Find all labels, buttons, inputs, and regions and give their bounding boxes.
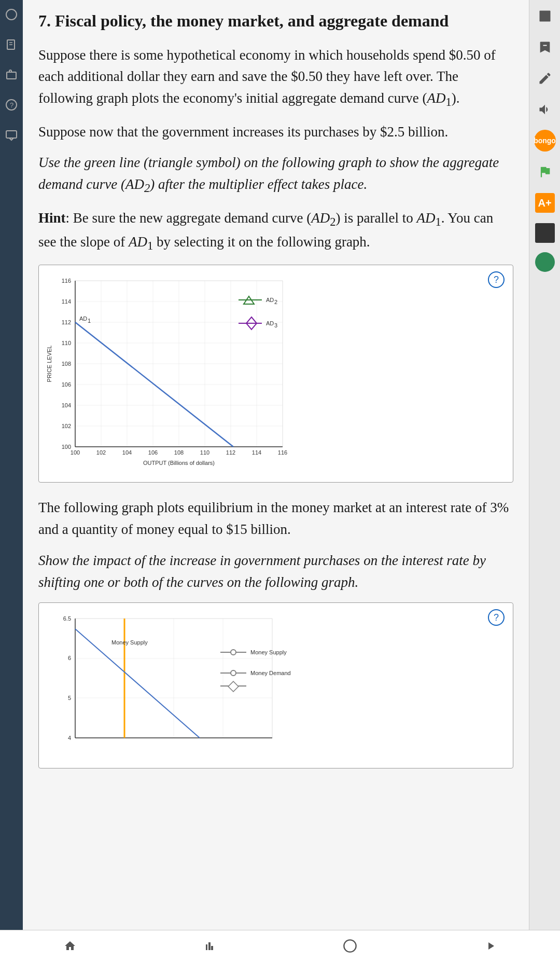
- chart2-help-button[interactable]: ?: [488, 609, 505, 626]
- svg-text:110: 110: [200, 449, 209, 456]
- money-market-chart[interactable]: 4 5 6 6.5 Money Supply Money Supply Mone…: [44, 613, 303, 764]
- svg-point-81: [231, 650, 236, 655]
- ad-chart-container: ?: [38, 265, 513, 483]
- svg-text:102: 102: [96, 449, 106, 456]
- main-content: 7. Fiscal policy, the money market, and …: [23, 0, 529, 804]
- right-sidebar: bongo A+: [529, 0, 560, 961]
- money-market-chart-container: ? 4 5 6 6.5: [38, 602, 513, 768]
- svg-point-0: [6, 9, 17, 20]
- svg-text:6.5: 6.5: [63, 615, 71, 622]
- svg-text:104: 104: [122, 449, 132, 456]
- svg-text:114: 114: [62, 298, 71, 305]
- book-icon[interactable]: [2, 35, 21, 54]
- edit-icon[interactable]: [534, 67, 556, 89]
- svg-text:AD: AD: [266, 297, 274, 303]
- record-icon[interactable]: [535, 252, 555, 272]
- government-paragraph: Suppose now that the government increase…: [38, 121, 513, 143]
- show-impact-paragraph: Show the impact of the increase in gover…: [38, 550, 513, 594]
- page-title: 7. Fiscal policy, the money market, and …: [38, 10, 513, 32]
- svg-text:100: 100: [71, 449, 80, 456]
- svg-text:108: 108: [62, 361, 71, 367]
- question-icon[interactable]: ?: [2, 95, 21, 114]
- bongo-logo: bongo: [534, 130, 556, 152]
- instruction-paragraph: Use the green line (triangle symbol) on …: [38, 152, 513, 198]
- svg-rect-7: [6, 131, 17, 138]
- svg-text:3: 3: [274, 322, 277, 328]
- bookmark-icon[interactable]: [534, 36, 556, 58]
- svg-text:OUTPUT (Billions of dollars): OUTPUT (Billions of dollars): [143, 460, 215, 466]
- svg-text:AD: AD: [79, 315, 87, 322]
- svg-text:102: 102: [62, 423, 71, 429]
- svg-text:104: 104: [62, 402, 71, 408]
- svg-text:112: 112: [62, 319, 71, 325]
- svg-text:108: 108: [174, 449, 184, 456]
- svg-text:PRICE LEVEL: PRICE LEVEL: [46, 346, 52, 382]
- font-size-icon[interactable]: A+: [534, 192, 556, 214]
- chart1-help-button[interactable]: ?: [488, 271, 505, 288]
- briefcase-icon[interactable]: [2, 65, 21, 84]
- svg-text:2: 2: [274, 299, 277, 305]
- panel-icon[interactable]: [535, 223, 555, 243]
- bottom-nav-circle[interactable]: [343, 939, 357, 953]
- bottom-nav-arrow[interactable]: [484, 940, 497, 952]
- ad-chart[interactable]: 100 102 104 106 108 110 112 114 116 100 …: [44, 276, 303, 478]
- svg-point-88: [344, 940, 356, 952]
- chat-icon[interactable]: [2, 126, 21, 144]
- sound-icon[interactable]: [534, 99, 556, 120]
- svg-rect-4: [7, 72, 16, 79]
- money-market-paragraph: The following graph plots equilibrium in…: [38, 497, 513, 541]
- svg-text:114: 114: [252, 449, 261, 456]
- svg-text:116: 116: [62, 278, 71, 284]
- svg-text:Money Demand: Money Demand: [250, 670, 291, 676]
- svg-text:?: ?: [10, 101, 13, 109]
- home-icon[interactable]: [2, 5, 21, 24]
- svg-text:Money Supply: Money Supply: [111, 639, 148, 646]
- notes-icon[interactable]: [534, 5, 556, 27]
- intro-paragraph: Suppose there is some hypothetical econo…: [38, 45, 513, 112]
- svg-text:106: 106: [148, 449, 158, 456]
- svg-text:1: 1: [88, 318, 91, 324]
- left-sidebar: ?: [0, 0, 23, 961]
- svg-text:AD: AD: [266, 320, 274, 326]
- flag-icon[interactable]: [534, 161, 556, 183]
- svg-text:116: 116: [278, 449, 287, 456]
- svg-text:6: 6: [68, 655, 71, 661]
- svg-text:112: 112: [226, 449, 235, 456]
- bottom-nav: [0, 930, 560, 961]
- bottom-nav-bar-chart[interactable]: [203, 940, 216, 952]
- hint-paragraph: Hint: Be sure the new aggregate demand c…: [38, 208, 513, 256]
- bottom-nav-home[interactable]: [64, 940, 76, 952]
- svg-text:110: 110: [62, 340, 71, 346]
- svg-text:100: 100: [62, 444, 71, 450]
- svg-text:4: 4: [68, 735, 71, 741]
- svg-text:106: 106: [62, 381, 71, 388]
- svg-text:5: 5: [68, 695, 71, 701]
- svg-point-84: [231, 670, 236, 676]
- svg-text:Money Supply: Money Supply: [250, 649, 287, 655]
- svg-rect-8: [539, 11, 550, 22]
